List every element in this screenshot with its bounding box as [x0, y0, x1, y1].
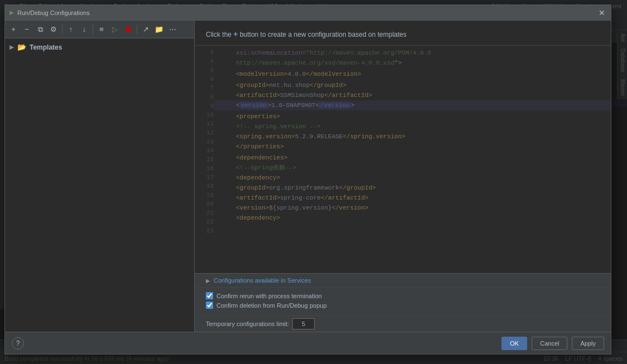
bg-line-10: <version>1.0-SNAPSHOT</version> — [214, 100, 611, 110]
settings-config-button[interactable]: ⚙ — [47, 23, 60, 36]
dialog-titlebar: ▶ Run/Debug Configurations ✕ — [5, 5, 611, 21]
apply-button[interactable]: Apply — [572, 337, 604, 350]
confirm-rerun-label: Confirm rerun with process termination — [216, 293, 322, 299]
templates-folder-icon: 📂 — [17, 43, 26, 51]
right-panel-header: Click the + button to create a new confi… — [195, 21, 611, 46]
bg-line-22: <version>${spring.version}</version> — [214, 203, 611, 213]
checkbox-row-2: Confirm deletion from Run/Debug popup — [206, 302, 600, 309]
services-arrow-icon: ▶ — [206, 278, 210, 284]
run-debug-dialog: ▶ Run/Debug Configurations ✕ + − ⧉ ⚙ ↑ ↓ — [4, 4, 611, 355]
right-panel: Click the + button to create a new confi… — [195, 21, 611, 332]
bg-line-6: <modelVersion>4.0.0</modelVersion> — [214, 69, 611, 79]
confirm-rerun-checkbox[interactable] — [206, 292, 213, 299]
bg-line-21: <artifactId>spring-core</artifactId> — [214, 193, 611, 203]
left-panel-content: ▶ 📂 Templates — [5, 38, 194, 332]
dialog-close-button[interactable]: ✕ — [597, 8, 606, 17]
services-section[interactable]: ▶ Configurations available in Services — [195, 274, 611, 288]
bg-line-3: xsi:schemaLocation="http://maven.apache.… — [214, 48, 611, 58]
dialog-title-text: Run/Debug Configurations — [17, 9, 90, 16]
bg-code-content: xsi:schemaLocation="http://maven.apache.… — [214, 46, 611, 225]
plus-icon: + — [233, 30, 238, 38]
footer-right: OK Cancel Apply — [501, 337, 604, 350]
temp-config-input[interactable] — [292, 318, 315, 329]
bg-line-17: <dependencies> — [214, 153, 611, 163]
templates-arrow-icon: ▶ — [9, 44, 14, 50]
bg-line-15: </properties> — [214, 142, 611, 152]
toolbar-separator — [62, 25, 62, 35]
left-panel: + − ⧉ ⚙ ↑ ↓ ≡ ▷ ⏹ ↗ 📁 ⋯ — [5, 21, 195, 332]
bg-line-20: <groupId>org.springframework</groupId> — [214, 183, 611, 193]
bg-line-9: <artifactId>SSMSimonShop</artifactId> — [214, 90, 611, 100]
toolbar-separator-3 — [137, 25, 137, 35]
temp-config-row: Temporary configurations limit: — [195, 316, 611, 332]
remove-config-button[interactable]: − — [21, 23, 33, 36]
dialog-title-left: ▶ Run/Debug Configurations — [9, 9, 90, 16]
run-button-tb[interactable]: ▷ — [109, 23, 121, 36]
bg-line-14: <spring.version>5.2.9.RELEASE</spring.ve… — [214, 132, 611, 142]
move-down-button[interactable]: ↓ — [78, 23, 90, 36]
right-panel-code: 34567891011121314151617181920212223 xsi:… — [195, 46, 611, 273]
bg-line-13: <!-- spring.version --> — [214, 122, 611, 132]
share-button[interactable]: ↗ — [139, 23, 152, 36]
temp-config-label: Temporary configurations limit: — [206, 321, 289, 327]
dialog-body: + − ⧉ ⚙ ↑ ↓ ≡ ▷ ⏹ ↗ 📁 ⋯ — [5, 21, 611, 332]
services-label: Configurations available in Services — [214, 277, 311, 284]
confirm-deletion-label: Confirm deletion from Run/Debug popup — [216, 302, 327, 309]
bg-line-4: http://maven.apache.org/xsd/maven-4.0.0.… — [214, 58, 611, 68]
checkboxes-section: Confirm rerun with process termination C… — [195, 288, 611, 316]
templates-label: Templates — [30, 43, 62, 51]
left-panel-toolbar: + − ⧉ ⚙ ↑ ↓ ≡ ▷ ⏹ ↗ 📁 ⋯ — [5, 21, 194, 38]
ok-button[interactable]: OK — [501, 337, 527, 350]
more-button[interactable]: ⋯ — [166, 23, 179, 36]
help-button[interactable]: ? — [12, 337, 24, 350]
dialog-run-icon: ▶ — [9, 9, 14, 16]
templates-header[interactable]: ▶ 📂 Templates — [5, 41, 194, 54]
sort-button[interactable]: ≡ — [95, 23, 108, 36]
bg-line-numbers: 34567891011121314151617181920212223 — [195, 46, 214, 237]
stop-button-tb[interactable]: ⏹ — [122, 23, 134, 36]
footer-left: ? — [12, 337, 24, 350]
move-up-button[interactable]: ↑ — [65, 23, 77, 36]
toolbar-separator-2 — [93, 25, 93, 35]
cancel-button[interactable]: Cancel — [532, 337, 567, 350]
bg-line-8: <groupId>net.hu.shop</groupId> — [214, 80, 611, 90]
bg-line-12: <properties> — [214, 111, 611, 122]
add-config-button[interactable]: + — [7, 23, 20, 36]
copy-config-button[interactable]: ⧉ — [34, 23, 46, 36]
checkbox-row-1: Confirm rerun with process termination — [206, 292, 600, 299]
bg-line-23: <dependency> — [214, 213, 611, 223]
dialog-bottom: ▶ Configurations available in Services C… — [195, 273, 611, 332]
dialog-footer: ? OK Cancel Apply — [5, 332, 611, 354]
right-panel-message: Click the + button to create a new confi… — [206, 30, 600, 38]
modal-overlay: ▶ Run/Debug Configurations ✕ + − ⧉ ⚙ ↑ ↓ — [0, 0, 627, 364]
code-background: 34567891011121314151617181920212223 xsi:… — [195, 46, 611, 273]
bg-line-19: <dependency> — [214, 173, 611, 183]
bg-line-18: <!--Spring依赖--> — [214, 163, 611, 173]
confirm-deletion-checkbox[interactable] — [206, 302, 213, 309]
folder-button[interactable]: 📁 — [153, 23, 165, 36]
